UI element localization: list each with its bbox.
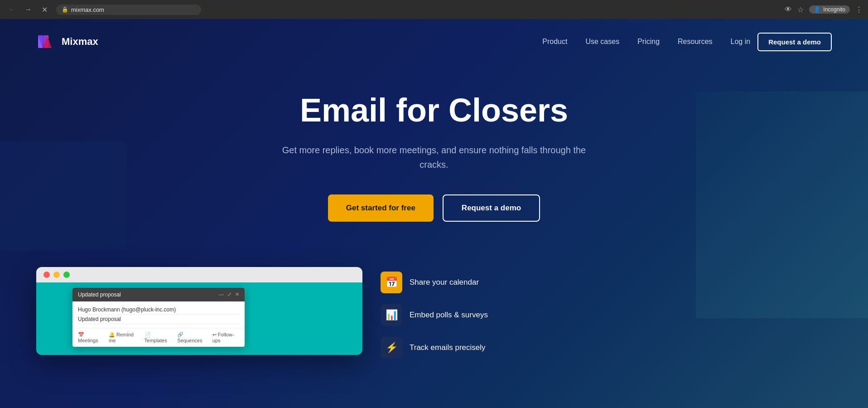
toolbar-sequences[interactable]: 🔗 Sequences bbox=[177, 332, 207, 343]
compose-toolbar: 📅 Meetings 🔔 Remind me 📄 Templates 🔗 Seq… bbox=[72, 328, 245, 347]
get-started-button[interactable]: Get started for free bbox=[328, 194, 434, 222]
compose-body: Hugo Brockmann (hugo@pluck-inc.com) Upda… bbox=[72, 301, 245, 328]
eye-slash-icon[interactable]: 👁 bbox=[785, 5, 792, 14]
mockup-body: Updated proposal — ⤢ ✕ Hugo Brockmann (h… bbox=[36, 282, 362, 355]
hero-subtitle: Get more replies, book more meetings, an… bbox=[275, 143, 593, 172]
url-text: mixmax.com bbox=[71, 6, 104, 13]
feature-polls-icon-wrap: 📊 bbox=[381, 304, 402, 326]
nav-product[interactable]: Product bbox=[542, 38, 567, 46]
hero-cta: Get started for free Request a demo bbox=[9, 194, 859, 222]
nav-links: Product Use cases Pricing Resources bbox=[542, 38, 712, 46]
close-icon[interactable]: ✕ bbox=[235, 291, 239, 297]
feature-polls-label: Embed polls & surveys bbox=[410, 311, 488, 320]
feature-tracking-label: Track emails precisely bbox=[410, 343, 486, 352]
browser-chrome: ← → ✕ 🔒 mixmax.com 👁 ☆ 👤 Incognito ⋮ bbox=[0, 0, 868, 19]
lock-icon: 🔒 bbox=[62, 6, 68, 13]
dot-green bbox=[63, 272, 70, 278]
nav-use-cases[interactable]: Use cases bbox=[585, 38, 619, 46]
menu-icon[interactable]: ⋮ bbox=[855, 5, 863, 14]
nav-request-demo-button[interactable]: Request a demo bbox=[757, 33, 832, 51]
back-button[interactable]: ← bbox=[5, 3, 18, 16]
feature-calendar-label: Share your calendar bbox=[410, 278, 479, 287]
mixmax-logo-icon bbox=[36, 32, 56, 52]
incognito-label: Incognito bbox=[823, 6, 845, 13]
logo-link[interactable]: Mixmax bbox=[36, 32, 98, 52]
nav-pricing[interactable]: Pricing bbox=[637, 38, 660, 46]
nav-resources[interactable]: Resources bbox=[678, 38, 712, 46]
feature-tracking[interactable]: ⚡ Track emails precisely bbox=[381, 337, 488, 359]
reload-button[interactable]: ✕ bbox=[38, 3, 51, 16]
polls-icon: 📊 bbox=[386, 309, 398, 321]
tracking-icon: ⚡ bbox=[386, 342, 398, 354]
expand-icon[interactable]: ⤢ bbox=[227, 291, 231, 297]
toolbar-templates[interactable]: 📄 Templates bbox=[145, 332, 172, 343]
address-bar[interactable]: 🔒 mixmax.com bbox=[56, 5, 201, 15]
site-wrapper: Mixmax Product Use cases Pricing Resourc… bbox=[0, 19, 868, 408]
hero-title: Email for Closers bbox=[9, 92, 859, 129]
features-sidebar: 📅 Share your calendar 📊 Embed polls & su… bbox=[381, 267, 488, 359]
app-section: Updated proposal — ⤢ ✕ Hugo Brockmann (h… bbox=[0, 267, 868, 359]
forward-button[interactable]: → bbox=[22, 3, 34, 16]
navbar: Mixmax Product Use cases Pricing Resourc… bbox=[0, 19, 868, 64]
feature-calendar[interactable]: 📅 Share your calendar bbox=[381, 272, 488, 293]
browser-actions: 👁 ☆ 👤 Incognito ⋮ bbox=[785, 5, 863, 14]
minimize-icon[interactable]: — bbox=[219, 291, 224, 297]
login-link[interactable]: Log in bbox=[731, 38, 751, 46]
hero-section: Email for Closers Get more replies, book… bbox=[0, 64, 868, 267]
star-icon[interactable]: ☆ bbox=[797, 5, 804, 14]
feature-polls[interactable]: 📊 Embed polls & surveys bbox=[381, 304, 488, 326]
hero-request-demo-button[interactable]: Request a demo bbox=[443, 194, 540, 222]
incognito-avatar-icon: 👤 bbox=[814, 6, 820, 13]
dot-red bbox=[43, 272, 50, 278]
compose-window: Updated proposal — ⤢ ✕ Hugo Brockmann (h… bbox=[72, 288, 245, 347]
calendar-icon: 📅 bbox=[386, 277, 398, 288]
compose-title: Updated proposal bbox=[78, 291, 121, 298]
compose-from: Hugo Brockmann (hugo@pluck-inc.com) bbox=[78, 305, 239, 315]
toolbar-follow-ups[interactable]: ↩ Follow-ups bbox=[212, 332, 239, 343]
browser-mockup: Updated proposal — ⤢ ✕ Hugo Brockmann (h… bbox=[36, 267, 362, 355]
mockup-titlebar bbox=[36, 267, 362, 282]
toolbar-meetings[interactable]: 📅 Meetings bbox=[78, 332, 103, 343]
compose-controls: — ⤢ ✕ bbox=[219, 291, 239, 297]
compose-subject: Updated proposal bbox=[78, 315, 239, 324]
dot-yellow bbox=[53, 272, 60, 278]
toolbar-remind-me[interactable]: 🔔 Remind me bbox=[109, 332, 139, 343]
feature-calendar-icon-wrap: 📅 bbox=[381, 272, 402, 293]
feature-tracking-icon-wrap: ⚡ bbox=[381, 337, 402, 359]
compose-titlebar: Updated proposal — ⤢ ✕ bbox=[72, 288, 245, 301]
logo-text: Mixmax bbox=[62, 36, 98, 48]
incognito-badge: 👤 Incognito bbox=[809, 5, 850, 14]
